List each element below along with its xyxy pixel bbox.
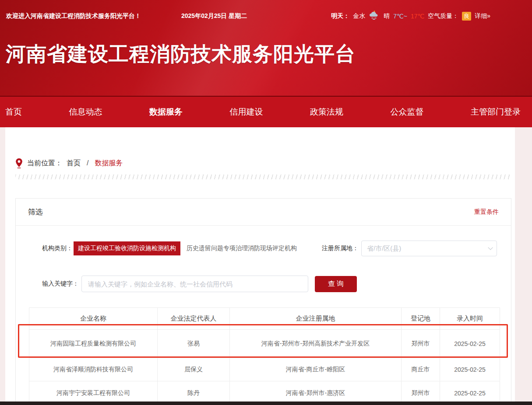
temp-high: 17℃	[411, 13, 424, 20]
nav-item-admin-login[interactable]: 主管部门登录	[471, 106, 521, 118]
header-banner: 欢迎进入河南省建设工程消防技术服务阳光平台！ 2025年02月25日 星期二 明…	[0, 0, 532, 96]
category-option-selected[interactable]: 建设工程竣工验收消防设施检测机构	[74, 241, 180, 255]
keyword-label: 输入关键字：	[42, 280, 79, 288]
table-header-row: 企业名称 企业法定代表人 企业注册属地 登记地 录入时间	[29, 308, 500, 330]
nav-item-credit[interactable]: 信用建设	[230, 106, 263, 118]
nav-item-policy[interactable]: 政策法规	[310, 106, 343, 118]
cell-company-name: 河南固瑞工程质量检测有限公司	[29, 330, 158, 358]
filter-panel: 筛选 重置条件 机构类别： 建设工程竣工验收消防设施检测机构 历史遗留问题专项治…	[15, 198, 511, 405]
cell-entry-date: 2025-02-25	[440, 330, 500, 358]
cell-registry-city: 商丘市	[402, 358, 440, 381]
region-select-placeholder: 省/市/区(县)	[367, 244, 401, 253]
category-label: 机构类别：	[42, 244, 73, 252]
weather-condition: 晴	[384, 12, 390, 20]
table-row: 河南省泽顺消防科技有限公司 屈保义 河南省-商丘市-睢阳区 商丘市 2025-0…	[29, 358, 500, 381]
col-header-registry-city: 登记地	[402, 308, 440, 330]
cell-legal-rep: 张易	[158, 330, 230, 358]
aqi-label: 空气质量：	[428, 12, 458, 20]
breadcrumb-separator: /	[85, 159, 90, 167]
filter-panel-header: 筛选 重置条件	[16, 199, 511, 226]
location-pin-icon	[15, 158, 23, 168]
companies-table: 企业名称 企业法定代表人 企业注册属地 登记地 录入时间 河南固瑞工程质量检测有…	[29, 307, 500, 405]
nav-item-home[interactable]: 首页	[5, 106, 22, 118]
breadcrumb-label: 当前位置：	[27, 159, 62, 168]
search-button[interactable]: 查 询	[315, 276, 357, 292]
chevron-down-icon	[488, 245, 493, 250]
col-header-legal-rep: 企业法定代表人	[158, 308, 230, 330]
cell-registered-location: 河南省-商丘市-睢阳区	[230, 358, 402, 381]
topbar: 欢迎进入河南省建设工程消防技术服务阳光平台！ 2025年02月25日 星期二 明…	[0, 0, 532, 21]
cell-registered-location: 河南省-郑州市-郑州高新技术产业开发区	[230, 330, 402, 358]
region-filter-group: 注册所属地： 省/市/区(县)	[322, 241, 497, 256]
weather-detail-link[interactable]: 详细»	[475, 12, 490, 20]
category-option-other[interactable]: 历史遗留问题专项治理消防现场评定机构	[187, 244, 297, 252]
weather-label: 明天：	[331, 12, 349, 20]
category-filter-row: 机构类别： 建设工程竣工验收消防设施检测机构 历史遗留问题专项治理消防现场评定机…	[16, 241, 511, 256]
page-title: 河南省建设工程消防技术服务阳光平台	[0, 21, 532, 68]
keyword-input[interactable]	[81, 276, 308, 292]
region-select[interactable]: 省/市/区(县)	[361, 241, 497, 256]
nav-item-news[interactable]: 信息动态	[69, 106, 102, 118]
cell-company-name: 河南省泽顺消防科技有限公司	[29, 358, 158, 381]
col-header-company-name: 企业名称	[29, 308, 158, 330]
weather-widget: 明天： 金水 晴 7℃~ 17℃ 空气质量： 良 详细»	[331, 10, 490, 21]
welcome-text: 欢迎进入河南省建设工程消防技术服务阳光平台！	[6, 12, 141, 20]
keyword-filter-row: 输入关键字： 查 询	[16, 276, 511, 292]
slash-divider	[15, 175, 511, 179]
nav-item-data-service[interactable]: 数据服务	[149, 106, 183, 118]
date-text: 2025年02月25日 星期二	[181, 12, 247, 20]
cell-legal-rep: 屈保义	[158, 358, 230, 381]
content-area: 当前位置： 首页 / 数据服务 筛选 重置条件 机构类别： 建设工程竣工验收消防…	[5, 127, 515, 402]
footer-bar	[0, 402, 532, 405]
breadcrumb: 当前位置： 首页 / 数据服务	[15, 158, 515, 168]
weather-city: 金水	[353, 12, 365, 20]
cell-registry-city: 郑州市	[402, 330, 440, 358]
cell-entry-date: 2025-02-25	[440, 358, 500, 381]
temp-low: 7℃~	[393, 13, 407, 20]
col-header-entry-date: 录入时间	[440, 308, 500, 330]
cloud-icon	[369, 10, 380, 21]
filter-title: 筛选	[28, 207, 43, 217]
breadcrumb-current: 数据服务	[95, 159, 123, 168]
aqi-badge: 良	[462, 12, 471, 21]
breadcrumb-home[interactable]: 首页	[67, 159, 81, 168]
reset-filters-link[interactable]: 重置条件	[474, 208, 499, 216]
table-row: 河南固瑞工程质量检测有限公司 张易 河南省-郑州市-郑州高新技术产业开发区 郑州…	[29, 330, 500, 358]
main-nav: 首页 信息动态 数据服务 信用建设 政策法规 公众监督 主管部门登录	[0, 96, 532, 127]
col-header-registered-location: 企业注册属地	[230, 308, 402, 330]
region-label: 注册所属地：	[322, 244, 359, 252]
nav-item-supervision[interactable]: 公众监督	[391, 106, 424, 118]
